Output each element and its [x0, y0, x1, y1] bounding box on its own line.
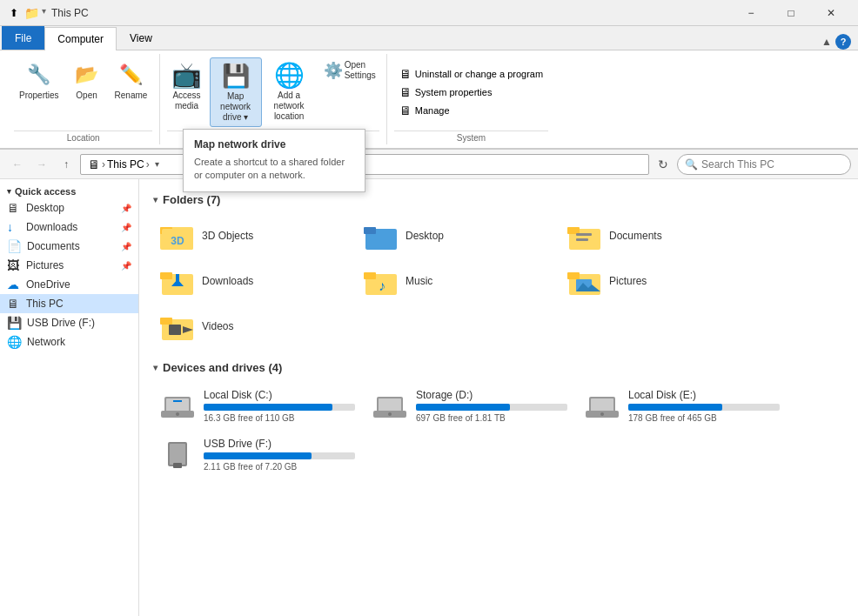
svg-text:♪: ♪ [379, 278, 385, 293]
thispc-sidebar-icon: 🖥 [7, 297, 21, 311]
tab-file[interactable]: File [2, 26, 44, 50]
folder-name-music: Music [406, 275, 432, 287]
main-area: ▾ Quick access 🖥 Desktop 📌 ↓ Downloads 📌… [0, 179, 858, 616]
rename-label: Rename [115, 90, 148, 101]
drive-free-d: 697 GB free of 1.81 TB [416, 413, 567, 423]
drive-info-e: Local Disk (E:) 178 GB free of 465 GB [628, 389, 780, 423]
drive-bar-container-e [628, 404, 780, 411]
drive-free-c: 16.3 GB free of 110 GB [204, 413, 355, 423]
documents-sidebar-icon: 📄 [7, 239, 22, 253]
folder-item-downloads[interactable]: Downloads [153, 260, 353, 302]
folders-expand-icon[interactable]: ▾ [153, 195, 158, 204]
refresh-button[interactable]: ↻ [653, 154, 674, 175]
drive-icon-c [160, 388, 195, 423]
folder-icon-pictures [567, 264, 602, 298]
drive-info-f: USB Drive (F:) 2.11 GB free of 7.20 GB [204, 438, 355, 472]
close-button[interactable]: ✕ [811, 0, 851, 26]
map-drive-icon: 💾 [222, 62, 250, 90]
sidebar-item-downloads[interactable]: ↓ Downloads 📌 [0, 218, 138, 237]
desktop-sidebar-label: Desktop [26, 202, 64, 214]
sidebar-item-onedrive[interactable]: ☁ OneDrive [0, 275, 138, 294]
svg-rect-7 [567, 227, 580, 234]
up-button[interactable]: ↑ [56, 154, 77, 175]
folder-icon-music: ♪ [364, 264, 399, 298]
path-dropdown[interactable]: ▾ [155, 159, 159, 169]
forward-button[interactable]: → [31, 154, 52, 175]
usb-sidebar-icon: 💾 [7, 316, 22, 330]
folder-name-desktop: Desktop [406, 230, 444, 242]
drive-bar-c [204, 404, 332, 411]
search-box: 🔍 [677, 154, 851, 175]
sidebar-item-thispc[interactable]: 🖥 This PC [0, 294, 138, 313]
access-media-button[interactable]: 📺 Accessmedia [167, 57, 205, 115]
open-button[interactable]: 📂 Open [68, 57, 106, 104]
ribbon-content: 🔧 Properties 📂 Open ✏️ Rename Location 📺… [0, 50, 858, 150]
back-button[interactable]: ← [7, 154, 28, 175]
rename-button[interactable]: ✏️ Rename [110, 57, 153, 104]
drives-grid: Local Disk (C:) 16.3 GB free of 110 GB S… [153, 383, 844, 477]
folder-item-videos[interactable]: Videos [153, 305, 353, 347]
documents-sidebar-label: Documents [27, 240, 80, 252]
drive-item-c[interactable]: Local Disk (C:) 16.3 GB free of 110 GB [153, 383, 362, 428]
drive-icon-d [372, 388, 407, 423]
folder-item-pictures[interactable]: Pictures [560, 260, 761, 302]
ribbon-expand-icon[interactable]: ▲ [821, 36, 832, 48]
manage-button[interactable]: 🖥 Manage [394, 102, 455, 119]
open-settings-label: OpenSettings [345, 60, 376, 81]
minimize-button[interactable]: − [731, 0, 771, 26]
sidebar-item-documents[interactable]: 📄 Documents 📌 [0, 237, 138, 256]
uninstall-button[interactable]: 🖥 Uninstall or change a program [394, 65, 548, 83]
folders-section-header: ▾ Folders (7) [153, 193, 844, 206]
folder-icon-videos [160, 309, 195, 344]
drives-header-text: Devices and drives (4) [163, 361, 282, 374]
folder-item-music[interactable]: ♪ Music [357, 260, 557, 302]
maximize-button[interactable]: □ [771, 0, 811, 26]
network-buttons: 📺 Accessmedia 💾 Map networkdrive ▾ 🌐 Add… [167, 54, 379, 131]
uninstall-label: Uninstall or change a program [415, 69, 543, 79]
folder-item-desktop[interactable]: Desktop [357, 215, 557, 257]
pin-icon-downloads: 📌 [121, 223, 131, 232]
pin-icon-desktop: 📌 [121, 204, 131, 213]
properties-button[interactable]: 🔧 Properties [14, 57, 64, 104]
title-bar-left: ⬆ 📁 ▾ This PC [7, 6, 89, 20]
drives-expand-icon[interactable]: ▾ [153, 363, 158, 372]
svg-rect-29 [173, 400, 182, 402]
drive-free-f: 2.11 GB free of 7.20 GB [204, 462, 355, 472]
folder-item-documents[interactable]: Documents [560, 215, 761, 257]
map-drive-label: Map networkdrive ▾ [216, 91, 256, 123]
folder-item-3d[interactable]: 3D 3D Objects [153, 215, 353, 257]
system-properties-button[interactable]: 🖥 System properties [394, 84, 498, 101]
svg-rect-18 [567, 272, 580, 279]
folder-name-3d: 3D Objects [202, 230, 253, 242]
title-bar-more[interactable]: ▾ [42, 6, 46, 20]
properties-label: Properties [19, 90, 59, 101]
ribbon-group-location: 🔧 Properties 📂 Open ✏️ Rename Location [7, 54, 160, 144]
open-settings-button[interactable]: ⚙️ OpenSettings [320, 57, 379, 84]
drive-bar-d [416, 404, 510, 411]
search-input[interactable] [701, 158, 843, 171]
system-items: 🖥 Uninstall or change a program 🖥 System… [394, 54, 548, 131]
folder-icon-downloads [160, 264, 195, 298]
quick-access-icon[interactable]: ⬆ [7, 6, 21, 20]
svg-rect-40 [173, 463, 182, 468]
sidebar-item-usb[interactable]: 💾 USB Drive (F:) [0, 313, 138, 332]
tab-computer[interactable]: Computer [44, 27, 117, 50]
access-media-icon: 📺 [173, 61, 201, 89]
tab-view[interactable]: View [117, 26, 165, 50]
folders-grid: 3D 3D Objects Desktop Documents [153, 215, 844, 347]
svg-rect-22 [160, 318, 172, 325]
drive-name-d: Storage (D:) [416, 389, 567, 401]
network-sidebar-label: Network [27, 336, 65, 348]
sidebar-item-desktop[interactable]: 🖥 Desktop 📌 [0, 198, 138, 218]
drive-item-e[interactable]: Local Disk (E:) 178 GB free of 465 GB [578, 383, 787, 428]
drives-section-header: ▾ Devices and drives (4) [153, 361, 844, 374]
map-network-drive-button[interactable]: 💾 Map networkdrive ▾ [210, 57, 262, 127]
help-icon[interactable]: ? [835, 34, 851, 50]
svg-rect-23 [169, 325, 181, 335]
map-drive-tooltip: Map network drive Create a shortcut to a… [183, 129, 365, 192]
drive-item-f[interactable]: USB Drive (F:) 2.11 GB free of 7.20 GB [153, 432, 362, 477]
sidebar-item-network[interactable]: 🌐 Network [0, 332, 138, 352]
sidebar-item-pictures[interactable]: 🖼 Pictures 📌 [0, 256, 138, 275]
drive-item-d[interactable]: Storage (D:) 697 GB free of 1.81 TB [365, 383, 574, 428]
add-network-location-button[interactable]: 🌐 Add a networklocation [265, 57, 313, 125]
